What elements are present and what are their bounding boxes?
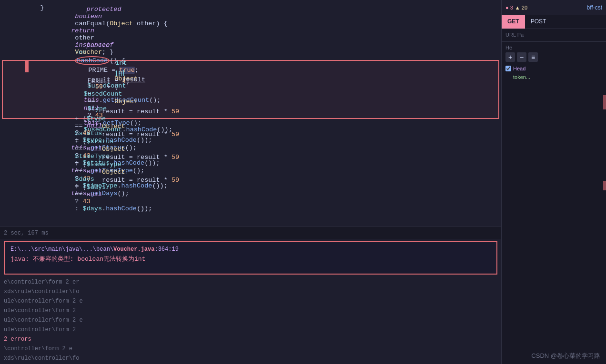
gutter-empty <box>21 131 25 143</box>
gutter-empty <box>21 166 25 177</box>
header-value-row: token... <box>505 73 602 81</box>
move-param-button[interactable]: ≡ <box>528 52 538 62</box>
method-tabs: GET POST <box>502 15 606 29</box>
params-section: He + − ≡ Head token... <box>502 42 606 84</box>
console-line-error: 2 errors <box>4 334 497 344</box>
gutter-empty <box>24 84 28 95</box>
code-section: } protected boolean canEqual(Object <box>0 0 501 226</box>
error-message: java: 不兼容的类型: boolean无法转换为int <box>10 255 491 263</box>
right-panel-header: ● 3 ▲ 20 bff-cst <box>502 0 606 15</box>
watermark: CSDN @卷心菜的学习路 <box>531 352 600 360</box>
main-layout: } protected boolean canEqual(Object <box>0 0 606 364</box>
console-area: e\controller\form 2 er xds\rule\controll… <box>0 276 501 364</box>
console-line: \controller\form 2 e <box>4 344 497 354</box>
error-path: E:\...\src\main\java\...\bean\Voucher.ja… <box>10 246 491 253</box>
line-content: result = result * 59 + ($days == null ? … <box>25 169 501 219</box>
url-section: URL Pa <box>502 29 606 42</box>
gutter-empty <box>21 25 25 36</box>
header-value: token... <box>513 74 530 80</box>
gutter-empty <box>21 13 25 25</box>
error-section: E:\...\src\main\java\...\bean\Voucher.ja… <box>4 241 497 275</box>
code-line: result = result * 59 + ($days == null ? … <box>0 188 501 200</box>
code-lines: } protected boolean canEqual(Object <box>0 0 501 202</box>
params-toolbar: + − ≡ <box>505 52 602 62</box>
error-badge: ● 3 <box>505 5 513 10</box>
console-line: e\controller\form 2 er <box>4 277 497 287</box>
console-line: ule\controller\form 2 e <box>4 296 497 306</box>
console-line: ule\controller\form 2 <box>4 306 497 315</box>
status-bar: 2 sec, 167 ms <box>0 226 501 239</box>
status-time: 2 sec, 167 ms <box>4 230 49 236</box>
gutter-empty <box>24 72 28 84</box>
params-header: He <box>505 45 602 50</box>
console-line: xds\rule\controller\fo <box>4 287 497 296</box>
gutter-empty <box>21 188 25 200</box>
bottom-area: 2 sec, 167 ms E:\...\src\main\java\...\b… <box>0 226 501 364</box>
scrollbar-marker <box>603 95 606 109</box>
url-label: URL Pa <box>505 32 602 38</box>
panel-title: bff-cst <box>587 4 602 11</box>
gutter-empty <box>21 2 25 13</box>
console-line: ule\controller\form 2 <box>4 325 497 334</box>
console-line: xds\rule\controller\fo <box>4 354 497 363</box>
header-row: Head <box>505 65 602 72</box>
tab-get[interactable]: GET <box>502 15 525 29</box>
right-panel: ● 3 ▲ 20 bff-cst GET POST URL Pa He + − … <box>501 0 606 364</box>
gutter-empty <box>21 143 25 154</box>
tab-post[interactable]: POST <box>525 15 552 29</box>
remove-param-button[interactable]: − <box>517 52 526 62</box>
left-panel: } protected boolean canEqual(Object <box>0 0 501 364</box>
header-key: Head <box>513 66 525 71</box>
gutter-empty <box>21 154 25 166</box>
add-param-button[interactable]: + <box>505 52 515 62</box>
gutter-empty <box>21 177 25 188</box>
error-path-text: E:\...\src\main\java\...\bean\Voucher.ja… <box>10 246 179 253</box>
scrollbar-marker-2 <box>603 181 606 190</box>
gutter-empty <box>21 36 25 48</box>
header-checkbox[interactable] <box>505 66 511 71</box>
console-line: ule\controller\form 2 e <box>4 315 497 325</box>
gutter-empty <box>21 120 25 131</box>
warning-badge: ▲ 20 <box>515 5 527 10</box>
gutter-empty <box>21 48 25 59</box>
